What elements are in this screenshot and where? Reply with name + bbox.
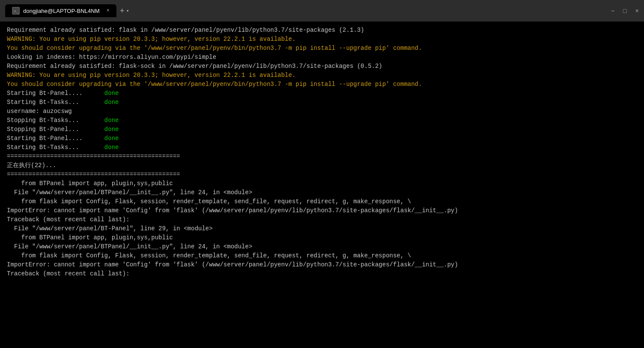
minimize-button[interactable]: − [611, 7, 614, 14]
terminal-line: Starting Bt-Panel.... done [7, 89, 637, 98]
terminal-line: ImportError: cannot import name 'Config'… [7, 206, 637, 215]
terminal-line: You should consider upgrading via the '/… [7, 80, 637, 89]
tab-dropdown-button[interactable]: ▾ [126, 8, 129, 14]
terminal-line: Starting Bt-Tasks... done [7, 98, 637, 107]
terminal-line: WARNING: You are using pip version 20.3.… [7, 35, 637, 44]
tab-close-button[interactable]: × [107, 8, 110, 14]
terminal-output[interactable]: Requirement already satisfied: flask in … [0, 21, 644, 348]
terminal-window: >_ dongjiahe@LAPTOP-BNL4NM × + ▾ − □ × R… [0, 0, 644, 348]
terminal-line: ========================================… [7, 152, 637, 161]
terminal-line: ========================================… [7, 170, 637, 179]
terminal-line: Starting Bt-Panel.... done [7, 134, 637, 143]
terminal-line: File "/www/server/panel/BTPanel/__init__… [7, 188, 637, 197]
terminal-line: WARNING: You are using pip version 20.3.… [7, 71, 637, 80]
terminal-line: Stopping Bt-Panel... done [7, 125, 637, 134]
terminal-line: You should consider upgrading via the '/… [7, 44, 637, 53]
new-tab-button[interactable]: + [120, 6, 125, 15]
terminal-line: from BTPanel import app, plugin,sys,publ… [7, 233, 637, 242]
tab-title-text: dongjiahe@LAPTOP-BNL4NM [23, 8, 100, 14]
window-controls: − □ × [611, 7, 639, 14]
terminal-tab[interactable]: >_ dongjiahe@LAPTOP-BNL4NM × [5, 4, 116, 17]
terminal-line: File "/www/server/panel/BTPanel/__init__… [7, 242, 637, 251]
terminal-line: ImportError: cannot import name 'Config'… [7, 260, 637, 269]
terminal-line: Starting Bt-Tasks... done [7, 143, 637, 152]
terminal-line: Requirement already satisfied: flask-soc… [7, 62, 637, 71]
terminal-line: username: auzocswg [7, 107, 637, 116]
tab-icon: >_ [12, 7, 20, 15]
terminal-line: Traceback (most recent call last): [7, 269, 637, 278]
svg-text:>_: >_ [14, 9, 18, 13]
terminal-line: from BTPanel import app, plugin,sys,publ… [7, 179, 637, 188]
terminal-line: Looking in indexes: https://mirrors.aliy… [7, 53, 637, 62]
maximize-button[interactable]: □ [623, 7, 626, 14]
terminal-line: Traceback (most recent call last): [7, 215, 637, 224]
terminal-line: from flask import Config, Flask, session… [7, 251, 637, 260]
terminal-line: File "/www/server/panel/BT-Panel", line … [7, 224, 637, 233]
terminal-line: Stopping Bt-Tasks... done [7, 116, 637, 125]
terminal-line: 正在执行(22)... [7, 161, 637, 170]
terminal-line: from flask import Config, Flask, session… [7, 197, 637, 206]
title-bar: >_ dongjiahe@LAPTOP-BNL4NM × + ▾ − □ × [0, 0, 644, 21]
close-window-button[interactable]: × [635, 7, 639, 14]
terminal-line: Requirement already satisfied: flask in … [7, 26, 637, 35]
